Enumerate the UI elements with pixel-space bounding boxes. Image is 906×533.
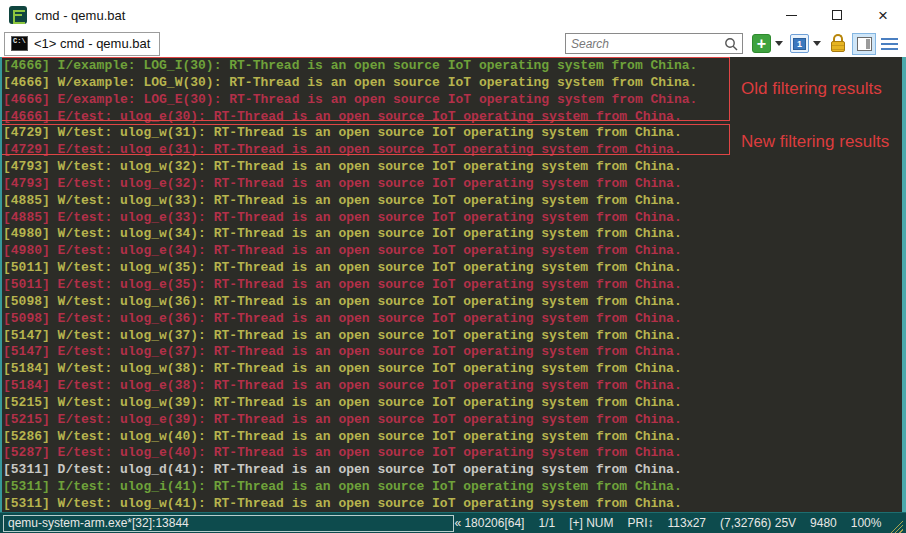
console-line: [4793] W/test: ulog_w(32): RT-Thread is … [3,159,697,176]
lock-icon[interactable] [830,34,846,53]
tab-bar: C:\ <1> cmd - qemu.bat + 1 [0,30,906,57]
old-filter-highlight-box [0,57,730,121]
tab-label: <1> cmd - qemu.bat [34,36,150,51]
plus-icon: + [757,36,766,52]
console-line: [5184] E/test: ulog_e(38): RT-Thread is … [3,378,697,395]
resize-grip-icon[interactable] [889,518,903,533]
new-filter-highlight-box [0,124,730,155]
tab-cmd-qemu[interactable]: C:\ <1> cmd - qemu.bat [4,32,160,56]
panel-icon [857,37,872,51]
statusbar-item: [+] NUM [569,516,613,530]
console-line: [4793] E/test: ulog_e(32): RT-Thread is … [3,176,697,193]
console-line: [5311] I/test: ulog_i(41): RT-Thread is … [3,479,697,496]
titlebar: cmd - qemu.bat × [0,0,906,30]
new-filter-annotation: New filtering results [741,132,889,152]
statusbar-item: 9480 [810,516,837,530]
search-input[interactable] [566,35,716,52]
statusbar-item: 1/1 [538,516,555,530]
console-line: [5011] E/test: ulog_e(35): RT-Thread is … [3,277,697,294]
console-line: [5286] W/test: ulog_w(40): RT-Thread is … [3,429,697,446]
scrollbar-toggle-button[interactable] [852,33,876,55]
console-output[interactable]: [4666] I/example: LOG_I(30): RT-Thread i… [0,57,906,512]
console-scrollbar-strip[interactable] [902,57,906,512]
console-line: [4980] W/test: ulog_w(34): RT-Thread is … [3,226,697,243]
new-console-dropdown-icon[interactable] [775,41,783,46]
window-number-icon: 1 [793,38,806,50]
menu-icon[interactable] [881,38,898,50]
maximize-icon [832,10,842,20]
minimize-button[interactable] [768,0,814,30]
search-icon[interactable] [724,37,738,51]
console-line: [5215] E/test: ulog_e(39): RT-Thread is … [3,412,697,429]
console-left-edge [0,57,2,512]
old-filter-annotation: Old filtering results [741,79,882,99]
statusbar-item: PRI↕ [628,516,654,530]
statusbar-item: « 180206[64] [454,516,524,530]
minimize-icon [786,15,797,16]
statusbar-item: (7,32766) 25V [720,516,796,530]
console-line: [5311] W/test: ulog_w(41): RT-Thread is … [3,496,697,512]
close-button[interactable]: × [860,0,906,30]
conemu-app-icon [9,6,27,24]
window-switch-button[interactable]: 1 [790,34,809,53]
console-line: [5184] W/test: ulog_w(38): RT-Thread is … [3,361,697,378]
maximize-button[interactable] [814,0,860,30]
console-line: [5098] W/test: ulog_w(36): RT-Thread is … [3,294,697,311]
close-icon: × [878,7,888,24]
console-line: [4885] W/test: ulog_w(33): RT-Thread is … [3,193,697,210]
console-line: [5011] W/test: ulog_w(35): RT-Thread is … [3,260,697,277]
console-line: [5098] E/test: ulog_e(36): RT-Thread is … [3,311,697,328]
status-bar: qemu-system-arm.exe*[32]:13844 « 180206[… [0,512,906,533]
console-line: [5147] E/test: ulog_e(37): RT-Thread is … [3,344,697,361]
search-box [565,33,743,54]
console-line: [5215] W/test: ulog_w(39): RT-Thread is … [3,395,697,412]
window-title: cmd - qemu.bat [35,8,125,23]
process-status: qemu-system-arm.exe*[32]:13844 [3,515,454,532]
console-line: [5311] D/test: ulog_d(41): RT-Thread is … [3,462,697,479]
statusbar-item: 100% [851,516,882,530]
statusbar-item: 113x27 [668,516,706,530]
console-line: [4885] E/test: ulog_e(33): RT-Thread is … [3,210,697,227]
console-line: [5287] E/test: ulog_e(40): RT-Thread is … [3,445,697,462]
cmd-icon: C:\ [11,36,28,51]
new-console-button[interactable]: + [752,34,771,53]
window-switch-dropdown-icon[interactable] [813,41,821,46]
console-line: [5147] W/test: ulog_w(37): RT-Thread is … [3,328,697,345]
window-controls: × [768,0,906,30]
console-line: [4980] E/test: ulog_e(34): RT-Thread is … [3,243,697,260]
statusbar-items: « 180206[64]1/1[+] NUMPRI↕113x27(7,32766… [454,516,881,530]
